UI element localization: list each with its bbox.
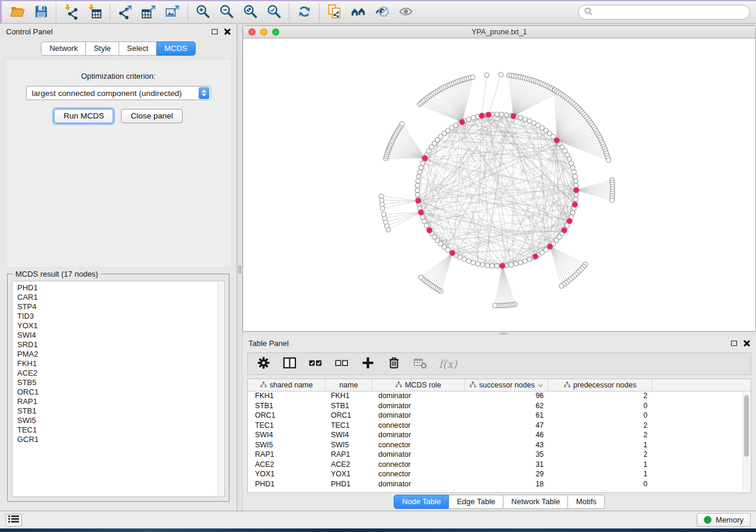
mcds-result-item[interactable]: STB5 [17, 378, 224, 387]
add-column-button[interactable] [361, 355, 375, 372]
column-layout-button[interactable] [282, 355, 297, 372]
table-cell: 18 [465, 480, 548, 490]
mcds-result-item[interactable]: ORC1 [17, 387, 224, 397]
mcds-result-item[interactable]: TEC1 [17, 425, 224, 435]
table-row[interactable]: ACE2ACE2connector311 [248, 460, 751, 470]
mcds-result-item[interactable]: STB1 [17, 406, 224, 416]
table-row[interactable]: YOX1YOX1connector291 [248, 470, 751, 480]
scrollbar-thumb[interactable] [744, 395, 749, 457]
table-row[interactable]: SWI4SWI4dominator462 [248, 431, 751, 441]
import-table-button[interactable] [83, 3, 107, 22]
table-cell: STB1 [326, 402, 372, 412]
splitter-handle[interactable] [238, 265, 241, 274]
table-row[interactable]: PHD1PHD1dominator180 [248, 480, 751, 490]
mcds-result-item[interactable]: TID3 [17, 312, 224, 321]
optimization-criterion-select[interactable]: largest connected component (undirected) [26, 86, 211, 100]
column-header-successor-nodes[interactable]: successor nodes [465, 379, 548, 391]
zoom-out-button[interactable] [215, 3, 238, 22]
network-canvas[interactable] [243, 39, 755, 331]
show-all-button[interactable] [394, 3, 417, 22]
mcds-result-item[interactable]: PMA2 [17, 350, 224, 359]
table-row[interactable]: STB1STB1dominator620 [248, 402, 751, 412]
tab-network[interactable]: Network [41, 41, 86, 56]
mcds-result-item[interactable]: SRD1 [17, 340, 224, 350]
tab-edge-table[interactable]: Edge Table [449, 495, 503, 509]
search-box[interactable] [578, 5, 750, 20]
new-network-from-selection-button[interactable] [323, 3, 346, 22]
deselect-all-rows-button[interactable] [334, 355, 349, 372]
hide-selected-button[interactable] [370, 3, 394, 22]
tab-motifs[interactable]: Motifs [568, 495, 605, 509]
status-menu-button[interactable] [5, 514, 22, 527]
table-options-button[interactable] [256, 355, 271, 372]
close-panel-button[interactable]: Close panel [121, 109, 182, 123]
zoom-fit-button[interactable] [238, 3, 262, 22]
tab-mcds[interactable]: MCDS [157, 41, 195, 56]
mcds-result-item[interactable]: STP4 [17, 302, 224, 312]
column-label: name [339, 381, 358, 389]
network-graph[interactable] [243, 39, 755, 331]
export-image-button[interactable] [161, 3, 184, 22]
column-header-shared-name[interactable]: shared name [248, 379, 326, 391]
clear-table-button[interactable] [413, 355, 428, 372]
close-panel-icon[interactable] [744, 340, 750, 347]
mcds-result-item[interactable]: YOX1 [17, 321, 224, 331]
tab-node-table[interactable]: Node Table [394, 495, 449, 509]
mcds-result-item[interactable]: CAR1 [17, 293, 224, 302]
save-session-button[interactable] [29, 3, 53, 22]
export-table-button[interactable] [137, 3, 161, 22]
table-row[interactable]: TEC1TEC1connector472 [248, 421, 751, 431]
table-row[interactable]: FKH1FKH1dominator962 [248, 392, 751, 402]
tab-network-table[interactable]: Network Table [503, 495, 568, 509]
refresh-layout-button[interactable] [292, 3, 316, 22]
mcds-result-item[interactable]: SWI5 [17, 416, 224, 425]
open-session-button[interactable] [5, 3, 29, 22]
control-panel-tabs: NetworkStyleSelectMCDS [0, 41, 237, 56]
minimize-window-traffic-light[interactable] [260, 28, 267, 36]
select-all-rows-button[interactable] [308, 355, 323, 372]
column-header-predecessor-nodes[interactable]: predecessor nodes [548, 379, 652, 391]
export-network-button[interactable] [113, 3, 137, 22]
run-mcds-button[interactable]: Run MCDS [54, 109, 113, 123]
table-row[interactable]: ORC1ORC1dominator610 [248, 411, 751, 421]
table-row[interactable]: RAP1RAP1dominator352 [248, 450, 751, 460]
tab-style[interactable]: Style [86, 41, 119, 56]
splitter-handle[interactable] [499, 332, 508, 335]
mcds-result-item[interactable]: PHD1 [17, 283, 224, 293]
mcds-result-item[interactable]: SWI4 [17, 331, 224, 340]
mcds-result-item[interactable]: ACE2 [17, 368, 224, 378]
delete-columns-button[interactable] [387, 355, 401, 372]
maximize-window-traffic-light[interactable] [272, 28, 279, 36]
zoom-in-button[interactable] [191, 3, 215, 22]
column-header-mcds-role[interactable]: MCDS role [372, 379, 465, 391]
right-column: YPA_prune.txt_1 Table Panel f(x) shared … [243, 24, 756, 511]
table-cell: PHD1 [248, 480, 326, 490]
vertical-splitter[interactable] [237, 24, 243, 511]
column-header-name[interactable]: name [326, 379, 372, 391]
float-panel-icon[interactable] [731, 341, 737, 346]
result-list-scrollbar[interactable] [218, 282, 224, 496]
mcds-buttons-row: Run MCDS Close panel [5, 109, 231, 123]
column-label: predecessor nodes [573, 381, 636, 389]
mcds-result-item[interactable]: FKH1 [17, 359, 224, 368]
mcds-result-item[interactable]: GCR1 [17, 435, 224, 444]
search-input[interactable] [596, 8, 749, 17]
tab-select[interactable]: Select [119, 41, 157, 56]
import-network-button[interactable] [59, 3, 83, 22]
table-cell: RAP1 [326, 450, 372, 460]
first-neighbors-button[interactable] [346, 3, 370, 22]
table-row[interactable]: SWI5SWI5connector431 [248, 441, 751, 451]
float-panel-icon[interactable] [212, 29, 218, 34]
zoom-selected-button[interactable] [262, 3, 286, 22]
close-panel-icon[interactable] [224, 28, 231, 35]
table-cell: 2 [548, 392, 652, 402]
table-scrollbar[interactable] [742, 392, 750, 492]
horizontal-splitter[interactable] [243, 332, 756, 335]
table-panel-tabs: Node TableEdge TableNetwork TableMotifs [243, 493, 756, 511]
mcds-result-item[interactable]: RAP1 [17, 397, 224, 406]
memory-button[interactable]: Memory [697, 513, 751, 527]
close-window-traffic-light[interactable] [248, 28, 256, 36]
first-neighbors-icon [350, 4, 366, 21]
table-cell: FKH1 [248, 392, 326, 402]
apply-function-button[interactable]: f(x) [439, 358, 457, 370]
